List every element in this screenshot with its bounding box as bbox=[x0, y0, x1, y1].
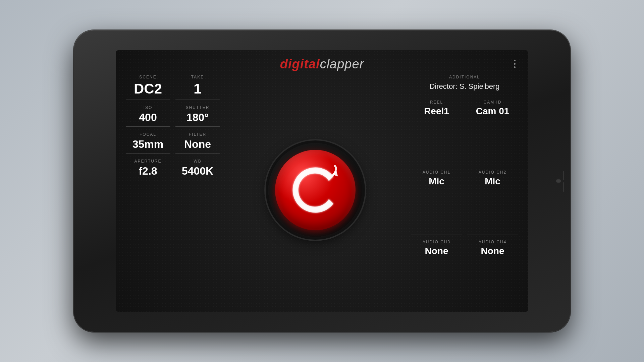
aperture-value: f2.8 bbox=[126, 165, 170, 177]
audio-ch4-value: None bbox=[467, 246, 518, 256]
left-panel: SCENE DC2 TAKE 1 ISO 400 bbox=[126, 75, 220, 305]
focal-field[interactable]: FOCAL 35mm bbox=[126, 132, 170, 154]
reel-label: REEL bbox=[411, 100, 462, 105]
additional-section[interactable]: ADDITIONAL Director: S. Spielberg bbox=[411, 75, 518, 95]
tablet-device: digitalclapper SCENE DC2 bbox=[74, 30, 570, 332]
scene-label: SCENE bbox=[126, 75, 170, 79]
more-dot-1 bbox=[514, 60, 516, 61]
camera-dot-icon bbox=[556, 179, 561, 183]
main-layout: SCENE DC2 TAKE 1 ISO 400 bbox=[126, 75, 518, 305]
audio-ch3-label: AUDIO CH3 bbox=[411, 240, 462, 244]
shutter-field[interactable]: SHUTTER 180° bbox=[175, 105, 220, 127]
cam-id-label: CAM ID bbox=[467, 100, 518, 105]
tablet-screen: digitalclapper SCENE DC2 bbox=[116, 50, 528, 312]
shutter-label: SHUTTER bbox=[175, 105, 220, 110]
take-label: TAKE bbox=[175, 75, 220, 79]
audio-ch3-value: None bbox=[411, 246, 462, 256]
aperture-label: APERTURE bbox=[126, 159, 170, 164]
center-panel bbox=[226, 75, 404, 305]
scene-value: DC2 bbox=[126, 81, 170, 97]
iso-field[interactable]: ISO 400 bbox=[126, 105, 170, 127]
logo-clapper-text: clapper bbox=[320, 57, 364, 71]
wb-label: WB bbox=[175, 159, 220, 164]
filter-value: None bbox=[175, 138, 220, 150]
additional-value: Director: S. Spielberg bbox=[411, 82, 518, 91]
more-dot-3 bbox=[514, 66, 516, 68]
logo-digital-text: digital bbox=[280, 57, 320, 71]
focal-value: 35mm bbox=[126, 138, 170, 150]
app-content: digitalclapper SCENE DC2 bbox=[116, 50, 528, 312]
scene-take-row: SCENE DC2 TAKE 1 bbox=[126, 75, 220, 100]
more-dot-2 bbox=[514, 63, 516, 65]
audio-ch2-value: Mic bbox=[467, 176, 518, 187]
right-panel: ADDITIONAL Director: S. Spielberg REEL R… bbox=[411, 75, 518, 305]
additional-label: ADDITIONAL bbox=[411, 75, 518, 79]
audio-ch3-field[interactable]: AUDIO CH3 None bbox=[411, 240, 462, 305]
more-menu-button[interactable] bbox=[511, 57, 518, 71]
clapper-button[interactable] bbox=[268, 143, 362, 237]
take-field[interactable]: TAKE 1 bbox=[175, 75, 220, 100]
focal-label: FOCAL bbox=[126, 132, 170, 137]
iso-value: 400 bbox=[126, 111, 170, 124]
shutter-value: 180° bbox=[175, 111, 220, 124]
take-value: 1 bbox=[175, 81, 220, 97]
filter-label: FILTER bbox=[175, 132, 220, 137]
audio-ch4-field[interactable]: AUDIO CH4 None bbox=[467, 240, 518, 305]
audio-ch1-label: AUDIO CH1 bbox=[411, 170, 462, 175]
filter-field[interactable]: FILTER None bbox=[175, 132, 220, 154]
reel-value: Reel1 bbox=[411, 106, 462, 117]
cam-id-value: Cam 01 bbox=[467, 106, 518, 117]
cam-id-field[interactable]: CAM ID Cam 01 bbox=[467, 100, 518, 165]
wb-value: 5400K bbox=[175, 165, 220, 177]
audio-ch4-label: AUDIO CH4 bbox=[467, 240, 518, 244]
wb-field[interactable]: WB 5400K bbox=[175, 159, 220, 180]
audio-ch2-field[interactable]: AUDIO CH2 Mic bbox=[467, 170, 518, 235]
audio-ch1-value: Mic bbox=[411, 176, 462, 187]
scene-field[interactable]: SCENE DC2 bbox=[126, 75, 170, 100]
reel-field[interactable]: REEL Reel1 bbox=[411, 100, 462, 165]
camera-params-grid: ISO 400 SHUTTER 180° FOCAL 35mm FILTER bbox=[126, 105, 220, 180]
clapper-c-svg bbox=[285, 160, 345, 220]
iso-label: ISO bbox=[126, 105, 170, 110]
audio-ch1-field[interactable]: AUDIO CH1 Mic bbox=[411, 170, 462, 235]
app-header: digitalclapper bbox=[126, 57, 518, 71]
app-logo: digitalclapper bbox=[280, 57, 364, 71]
aperture-field[interactable]: APERTURE f2.8 bbox=[126, 159, 170, 180]
right-grid: REEL Reel1 CAM ID Cam 01 AUDIO CH1 Mic bbox=[411, 100, 518, 305]
clapper-inner bbox=[275, 150, 356, 230]
clapper-button-wrap bbox=[268, 143, 362, 237]
volume-buttons bbox=[563, 171, 564, 192]
audio-ch2-label: AUDIO CH2 bbox=[467, 170, 518, 175]
